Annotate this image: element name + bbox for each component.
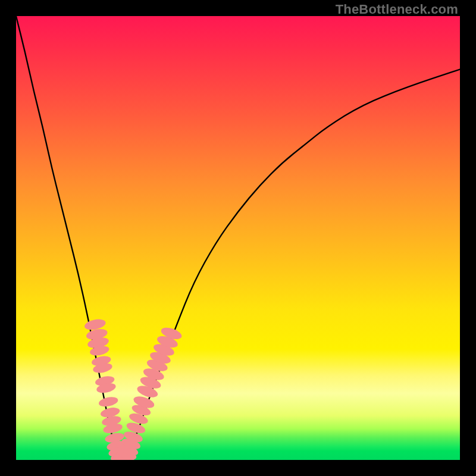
highlight-markers [83,318,183,460]
plot-area [16,16,460,460]
chart-svg [16,16,460,460]
marker-dot [98,396,119,408]
outer-frame: TheBottleneck.com [0,0,476,476]
watermark-text: TheBottleneck.com [336,2,458,17]
bottleneck-curve [16,16,460,459]
